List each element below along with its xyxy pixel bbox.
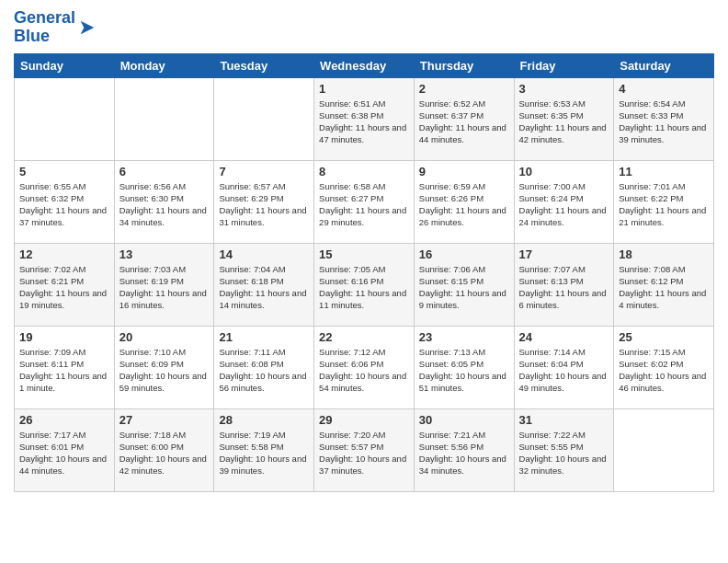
calendar-cell: 29Sunrise: 7:20 AM Sunset: 5:57 PM Dayli… <box>314 408 415 491</box>
day-info: Sunrise: 6:52 AM Sunset: 6:37 PM Dayligh… <box>419 98 509 146</box>
weekday-header: Tuesday <box>214 53 314 77</box>
day-info: Sunrise: 7:01 AM Sunset: 6:22 PM Dayligh… <box>619 180 709 229</box>
day-info: Sunrise: 7:12 AM Sunset: 6:06 PM Dayligh… <box>319 346 409 395</box>
day-number: 19 <box>19 330 109 344</box>
day-number: 24 <box>519 330 609 344</box>
day-number: 26 <box>19 413 109 427</box>
day-number: 10 <box>519 165 609 178</box>
calendar-cell: 20Sunrise: 7:10 AM Sunset: 6:09 PM Dayli… <box>114 326 214 408</box>
svg-marker-0 <box>81 20 95 34</box>
day-info: Sunrise: 6:51 AM Sunset: 6:38 PM Dayligh… <box>319 98 409 146</box>
day-number: 3 <box>519 82 609 96</box>
calendar-cell: 3Sunrise: 6:53 AM Sunset: 6:35 PM Daylig… <box>514 77 614 160</box>
calendar-cell: 13Sunrise: 7:03 AM Sunset: 6:19 PM Dayli… <box>114 243 214 326</box>
calendar-cell: 23Sunrise: 7:13 AM Sunset: 6:05 PM Dayli… <box>414 326 514 408</box>
day-number: 6 <box>119 165 210 178</box>
calendar-header-row: SundayMondayTuesdayWednesdayThursdayFrid… <box>15 53 714 77</box>
calendar-cell <box>114 77 214 160</box>
weekday-header: Saturday <box>614 53 714 77</box>
calendar-cell: 17Sunrise: 7:07 AM Sunset: 6:13 PM Dayli… <box>514 243 614 326</box>
logo-text: GeneralBlue <box>14 9 75 46</box>
calendar-week-row: 1Sunrise: 6:51 AM Sunset: 6:38 PM Daylig… <box>15 77 714 160</box>
day-number: 1 <box>319 82 409 96</box>
day-info: Sunrise: 7:15 AM Sunset: 6:02 PM Dayligh… <box>619 346 709 395</box>
calendar-cell: 8Sunrise: 6:58 AM Sunset: 6:27 PM Daylig… <box>314 160 415 243</box>
calendar-cell: 11Sunrise: 7:01 AM Sunset: 6:22 PM Dayli… <box>614 160 714 243</box>
calendar-week-row: 5Sunrise: 6:55 AM Sunset: 6:32 PM Daylig… <box>15 160 714 243</box>
day-number: 7 <box>219 165 309 178</box>
calendar-cell: 16Sunrise: 7:06 AM Sunset: 6:15 PM Dayli… <box>414 243 514 326</box>
calendar-cell: 9Sunrise: 6:59 AM Sunset: 6:26 PM Daylig… <box>414 160 514 243</box>
calendar-week-row: 12Sunrise: 7:02 AM Sunset: 6:21 PM Dayli… <box>15 243 714 326</box>
day-number: 18 <box>619 247 709 261</box>
day-info: Sunrise: 7:22 AM Sunset: 5:55 PM Dayligh… <box>519 429 609 477</box>
day-number: 16 <box>419 247 509 261</box>
calendar-cell: 5Sunrise: 6:55 AM Sunset: 6:32 PM Daylig… <box>15 160 115 243</box>
calendar-cell: 2Sunrise: 6:52 AM Sunset: 6:37 PM Daylig… <box>414 77 514 160</box>
calendar-cell: 18Sunrise: 7:08 AM Sunset: 6:12 PM Dayli… <box>614 243 714 326</box>
day-info: Sunrise: 7:21 AM Sunset: 5:56 PM Dayligh… <box>419 429 509 477</box>
day-info: Sunrise: 7:19 AM Sunset: 5:58 PM Dayligh… <box>219 429 309 477</box>
calendar-week-row: 26Sunrise: 7:17 AM Sunset: 6:01 PM Dayli… <box>15 408 714 491</box>
day-number: 21 <box>219 330 309 344</box>
day-info: Sunrise: 7:05 AM Sunset: 6:16 PM Dayligh… <box>319 263 409 312</box>
calendar-cell: 22Sunrise: 7:12 AM Sunset: 6:06 PM Dayli… <box>314 326 415 408</box>
day-number: 15 <box>319 247 409 261</box>
page-header: GeneralBlue <box>14 9 714 46</box>
day-info: Sunrise: 7:11 AM Sunset: 6:08 PM Dayligh… <box>219 346 309 395</box>
weekday-header: Sunday <box>15 53 115 77</box>
day-number: 12 <box>19 247 109 261</box>
calendar-cell: 4Sunrise: 6:54 AM Sunset: 6:33 PM Daylig… <box>614 77 714 160</box>
day-info: Sunrise: 7:02 AM Sunset: 6:21 PM Dayligh… <box>19 263 109 312</box>
day-number: 22 <box>319 330 409 344</box>
calendar-cell <box>15 77 115 160</box>
day-info: Sunrise: 7:18 AM Sunset: 6:00 PM Dayligh… <box>119 429 210 477</box>
day-number: 20 <box>119 330 210 344</box>
day-number: 28 <box>219 413 309 427</box>
calendar-week-row: 19Sunrise: 7:09 AM Sunset: 6:11 PM Dayli… <box>15 326 714 408</box>
day-info: Sunrise: 6:59 AM Sunset: 6:26 PM Dayligh… <box>419 180 509 229</box>
day-number: 11 <box>619 165 709 178</box>
day-number: 5 <box>19 165 109 178</box>
day-number: 29 <box>319 413 409 427</box>
day-info: Sunrise: 7:20 AM Sunset: 5:57 PM Dayligh… <box>319 429 409 477</box>
logo-icon <box>77 17 97 38</box>
day-info: Sunrise: 6:54 AM Sunset: 6:33 PM Dayligh… <box>619 98 709 146</box>
day-number: 14 <box>219 247 309 261</box>
calendar-cell: 26Sunrise: 7:17 AM Sunset: 6:01 PM Dayli… <box>15 408 115 491</box>
day-info: Sunrise: 7:07 AM Sunset: 6:13 PM Dayligh… <box>519 263 609 312</box>
day-number: 27 <box>119 413 210 427</box>
weekday-header: Wednesday <box>314 53 415 77</box>
day-info: Sunrise: 6:58 AM Sunset: 6:27 PM Dayligh… <box>319 180 409 229</box>
calendar-cell: 19Sunrise: 7:09 AM Sunset: 6:11 PM Dayli… <box>15 326 115 408</box>
calendar-cell: 6Sunrise: 6:56 AM Sunset: 6:30 PM Daylig… <box>114 160 214 243</box>
day-number: 8 <box>319 165 409 178</box>
page-container: GeneralBlue SundayMondayTuesdayWednesday… <box>0 0 728 501</box>
day-info: Sunrise: 7:10 AM Sunset: 6:09 PM Dayligh… <box>119 346 210 395</box>
calendar-cell: 31Sunrise: 7:22 AM Sunset: 5:55 PM Dayli… <box>514 408 614 491</box>
calendar-cell: 1Sunrise: 6:51 AM Sunset: 6:38 PM Daylig… <box>314 77 415 160</box>
day-number: 25 <box>619 330 709 344</box>
day-info: Sunrise: 7:06 AM Sunset: 6:15 PM Dayligh… <box>419 263 509 312</box>
day-info: Sunrise: 7:03 AM Sunset: 6:19 PM Dayligh… <box>119 263 210 312</box>
day-info: Sunrise: 6:57 AM Sunset: 6:29 PM Dayligh… <box>219 180 309 229</box>
calendar-cell: 21Sunrise: 7:11 AM Sunset: 6:08 PM Dayli… <box>214 326 314 408</box>
calendar-cell: 25Sunrise: 7:15 AM Sunset: 6:02 PM Dayli… <box>614 326 714 408</box>
day-info: Sunrise: 6:53 AM Sunset: 6:35 PM Dayligh… <box>519 98 609 146</box>
day-number: 17 <box>519 247 609 261</box>
day-info: Sunrise: 6:56 AM Sunset: 6:30 PM Dayligh… <box>119 180 210 229</box>
day-info: Sunrise: 7:08 AM Sunset: 6:12 PM Dayligh… <box>619 263 709 312</box>
calendar-cell: 27Sunrise: 7:18 AM Sunset: 6:00 PM Dayli… <box>114 408 214 491</box>
calendar-cell: 24Sunrise: 7:14 AM Sunset: 6:04 PM Dayli… <box>514 326 614 408</box>
calendar-body: 1Sunrise: 6:51 AM Sunset: 6:38 PM Daylig… <box>15 77 714 491</box>
calendar-cell <box>214 77 314 160</box>
day-info: Sunrise: 7:13 AM Sunset: 6:05 PM Dayligh… <box>419 346 509 395</box>
weekday-header: Monday <box>114 53 214 77</box>
day-number: 23 <box>419 330 509 344</box>
day-info: Sunrise: 7:14 AM Sunset: 6:04 PM Dayligh… <box>519 346 609 395</box>
calendar-cell <box>614 408 714 491</box>
day-number: 30 <box>419 413 509 427</box>
day-info: Sunrise: 6:55 AM Sunset: 6:32 PM Dayligh… <box>19 180 109 229</box>
day-number: 31 <box>519 413 609 427</box>
weekday-header: Thursday <box>414 53 514 77</box>
